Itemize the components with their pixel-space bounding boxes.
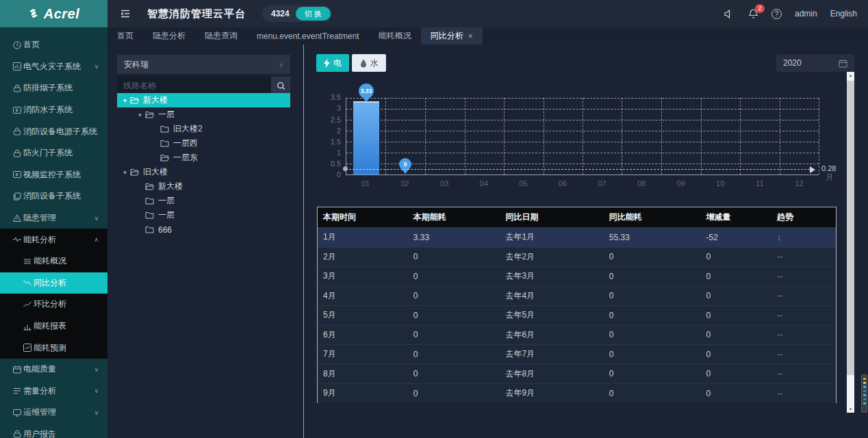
gridline [544,98,544,175]
gridline [425,98,426,175]
table-row[interactable]: 6月 0 去年6月 0 0 -- [318,325,836,345]
search-button[interactable] [271,77,290,94]
table-row[interactable]: 5月 0 去年5月 0 0 -- [318,305,836,325]
sidebar-item-power-quality[interactable]: 电能质量 ∨ [0,359,107,381]
water-drop-icon [360,59,367,68]
average-value-label: 0.28 [821,164,836,172]
x-tick: 06 [543,179,583,188]
yoy-bar-chart: 3.5 3 2.5 2 1.5 1 0.5 0 3.33 0 [312,77,846,198]
y-tick: 3.5 [312,93,341,101]
sidebar-item-user-report[interactable]: 用户报告 [0,424,107,438]
x-tick: 07 [583,179,622,188]
tab-home[interactable]: 首页 [107,27,143,44]
tree-node[interactable]: 666 [117,222,290,237]
yoy-table: 本期时间 本期能耗 同比日期 同比能耗 增减量 趋势 1月 3.33 去年1月 … [317,207,837,403]
list-lines-icon [12,386,22,396]
tree-node[interactable]: 旧大楼2 [117,122,290,136]
table-row[interactable]: 8月 0 去年8月 0 0 -- [318,364,836,384]
tab-hazard-analysis[interactable]: 隐患分析 [143,27,195,44]
close-icon[interactable]: × [468,31,473,41]
tree-node[interactable]: ▾旧大楼 [117,165,290,179]
table-row[interactable]: 1月 3.33 去年1月 55.33 -52 ↓ [318,227,836,247]
line-search-input[interactable] [117,77,271,94]
sidebar-item-hazard-mgmt[interactable]: 隐患管理 ∨ [0,207,107,229]
tree-node[interactable]: ▾一层 [117,107,290,122]
sidebar-item-smoke-control[interactable]: 防排烟子系统 [0,77,107,99]
warning-triangle-icon [12,214,22,223]
y-tick: 1 [312,149,341,157]
sidebar-item-energy-report[interactable]: 能耗报表 [0,315,107,337]
caret-down-icon[interactable]: ▾ [120,169,129,176]
sidebar-item-electric-fire[interactable]: 电气火灾子系统 ∨ [0,56,107,78]
tree-node[interactable]: 一层 [117,208,290,222]
gridline [780,98,780,175]
table-row[interactable]: 3月 0 去年3月 0 0 -- [318,266,836,286]
list-icon [23,257,32,266]
line-search [117,77,290,94]
sidebar-item-fire-power[interactable]: 消防设备电源子系统 [0,120,107,142]
folder-icon [145,197,154,205]
table-row[interactable]: 2月 0 去年2月 0 0 -- [318,247,836,267]
switch-button[interactable]: 切 换 [296,7,331,21]
year-picker[interactable]: 2020 [776,54,854,72]
y-tick: 2.5 [312,116,341,124]
lock-icon [12,83,22,93]
caret-down-icon[interactable]: ▾ [120,97,129,104]
tree-node[interactable]: ▾新大楼 [117,93,290,107]
tree-node[interactable]: 一层西 [117,136,290,151]
table-row[interactable]: 4月 0 去年4月 0 0 -- [318,286,836,306]
org-select[interactable]: 安科瑞 ∨ [117,55,290,74]
col-header: 趋势 [771,211,836,223]
chevron-down-icon: ∨ [94,366,99,373]
tree-node[interactable]: 新大楼 [117,179,290,194]
tab-hazard-query[interactable]: 隐患查询 [195,27,247,44]
trend-dash: -- [771,291,836,300]
sidebar-item-video-monitor[interactable]: 视频监控子系统 [0,164,107,186]
speaker-icon[interactable] [724,9,735,19]
sidebar-item-home[interactable]: 首页 [0,34,107,56]
bar-month-01[interactable] [353,101,379,175]
sidebar-item-mom-analysis[interactable]: 环比分析 [0,294,107,315]
sidebar-item-demand-analysis[interactable]: 需量分析 ∨ [0,381,107,402]
gridline [701,98,702,175]
menu-fold-icon[interactable] [120,8,131,19]
tree-node[interactable]: 一层 [117,194,290,208]
acrel-logo-icon [28,8,40,20]
user-name[interactable]: admin [795,9,817,18]
tab-yoy-analysis[interactable]: 同比分析 × [421,27,483,44]
scroll-up-arrow[interactable]: ▲ [847,73,854,77]
sidebar-item-ops-mgmt[interactable]: 运维管理 ∨ [0,402,107,424]
language-switch[interactable]: English [830,9,857,18]
sidebar-item-fire-water[interactable]: 消防水子系统 [0,99,107,121]
sidebar-item-energy-overview[interactable]: 能耗概况 [0,250,107,272]
scroll-down-arrow[interactable]: ▼ [847,407,854,411]
x-tick: 10 [700,179,740,188]
tree-node[interactable]: 一层东 [117,151,290,165]
sidebar-item-fire-door[interactable]: 防火门子系统 [0,142,107,164]
table-row[interactable]: 9月 0 去年9月 0 0 -- [318,383,836,403]
sidebar-item-energy-analysis[interactable]: 能耗分析 ∧ [0,229,107,250]
folder-open-icon [145,111,154,118]
water-toggle-button[interactable]: 水 [352,54,386,72]
x-tick: 12 [779,179,819,188]
electric-toggle-button[interactable]: 电 [316,54,349,72]
tab-event-treatment[interactable]: menu.event.eventTreatment [247,27,369,44]
energy-analysis-submenu: 能耗分析 ∧ 能耗概况 同比分析 环比分析 能耗报表 能耗预测 [0,229,107,359]
sidebar-item-energy-forecast[interactable]: 能耗预测 [0,337,107,359]
chevron-down-icon: ∨ [94,387,99,394]
col-header: 本期能耗 [408,211,500,223]
sidebar-item-yoy-analysis[interactable]: 同比分析 [0,272,107,294]
gridline [622,98,622,175]
table-row[interactable]: 7月 0 去年7月 0 0 -- [318,344,836,364]
sidebar-item-fire-equipment[interactable]: 消防设备子系统 [0,185,107,207]
col-header: 同比能耗 [604,211,701,223]
vertical-scrollbar[interactable]: ▲ ▼ [847,72,854,413]
trend-dash: -- [771,330,836,339]
help-icon[interactable]: ? [771,9,782,19]
col-header: 本期时间 [318,211,408,223]
scrollbar-thumb[interactable] [847,81,854,375]
header: 智慧消防管理云平台 4324 切 换 2 ? admin English [107,0,868,27]
tab-energy-overview[interactable]: 能耗概况 [369,27,421,44]
caret-down-icon[interactable]: ▾ [136,112,144,118]
bell-icon[interactable]: 2 [748,8,758,19]
